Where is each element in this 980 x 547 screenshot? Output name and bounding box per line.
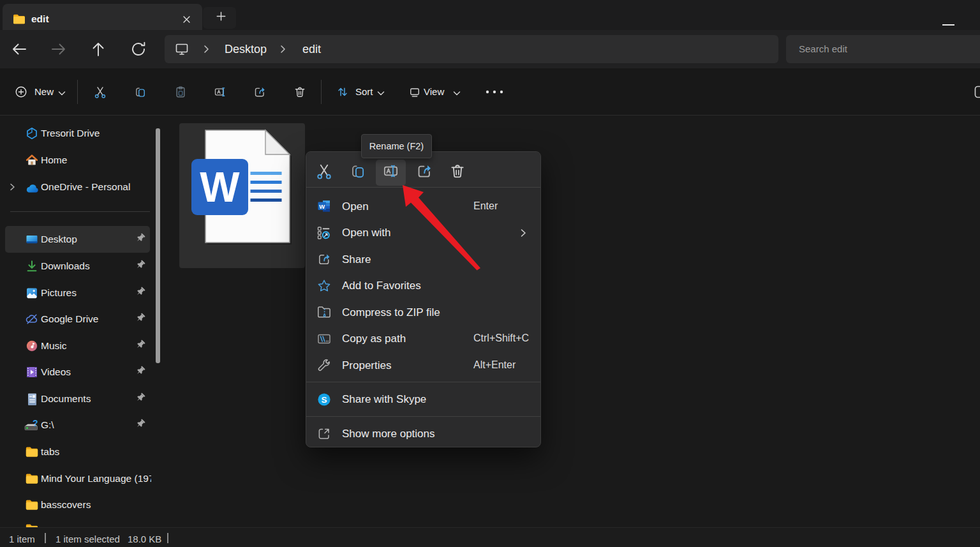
svg-text:?: ? <box>33 418 38 428</box>
svg-text:W: W <box>200 163 240 211</box>
svg-text:W: W <box>319 203 325 210</box>
svg-text:S: S <box>321 395 327 405</box>
